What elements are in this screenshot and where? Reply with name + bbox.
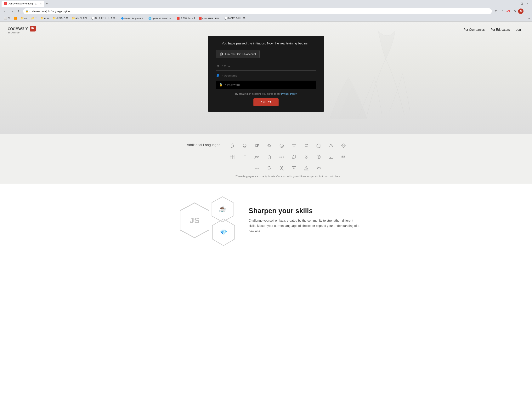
bookmark-util[interactable]: 📁 util xyxy=(19,16,29,20)
bookmark-it[interactable]: 📁 IT xyxy=(30,16,38,20)
windows-icon: 🟧 xyxy=(14,17,17,20)
translate-button[interactable]: ⊞ xyxy=(493,9,499,14)
bookmark-label: mONSTER dESI... xyxy=(202,17,221,20)
bookmark-sql[interactable]: 🟥 오락끌 live sql xyxy=(175,16,196,20)
qualified-marker: * xyxy=(19,32,20,34)
lang-icon-clojure[interactable] xyxy=(277,142,286,150)
forward-button[interactable]: → xyxy=(9,9,15,14)
enlist-button[interactable]: ENLIST xyxy=(253,98,279,106)
more-bookmarks-button[interactable]: » xyxy=(528,17,530,20)
lang-icon-r[interactable] xyxy=(265,164,274,172)
lang-icon-nim[interactable] xyxy=(327,142,335,150)
lang-icon-objc[interactable]: obj-c xyxy=(277,153,286,161)
lang-icon-vb[interactable]: VB xyxy=(315,164,323,172)
lang-icon-cf[interactable]: CF xyxy=(253,142,261,150)
bookmark-label: FUN xyxy=(44,17,49,20)
bookmark-label: Packt | Programmi... xyxy=(125,17,145,20)
bookmark-packt[interactable]: 🔷 Packt | Programmi... xyxy=(119,16,146,20)
bookmark-ai[interactable]: 📁 AI보안 개발 xyxy=(70,16,89,20)
bookmark-wishlist[interactable]: 📁 워시리스트 xyxy=(51,16,70,20)
extension-button[interactable]: ⚙ xyxy=(512,9,517,14)
logo-icon xyxy=(31,27,35,31)
maximize-button[interactable]: ☐ xyxy=(519,1,524,6)
bookmark-label: 워시리스트 xyxy=(56,17,68,20)
apps-icon: ⬜ xyxy=(4,17,7,20)
nav-for-educators[interactable]: For Educators xyxy=(490,28,510,32)
lang-icon-factor[interactable] xyxy=(265,153,274,161)
github-icon xyxy=(219,52,223,56)
lang-icon-reason[interactable] xyxy=(290,164,298,172)
bookmark-apps[interactable]: ⬜ 앱 xyxy=(2,16,11,20)
logo-area: codewars by Qualified* xyxy=(8,26,36,34)
lang-icon-shell[interactable] xyxy=(327,153,335,161)
github-link-button[interactable]: Link Your GitHub Account xyxy=(216,50,260,58)
address-bar-row: ← → ↻ 🔒 codewars.com/join?language=pytho… xyxy=(0,7,532,15)
refresh-button[interactable]: ↻ xyxy=(16,9,22,14)
lang-icon-forth[interactable]: F xyxy=(240,153,249,161)
sql-icon: 🟥 xyxy=(177,17,180,20)
lang-icon-bf[interactable] xyxy=(302,153,311,161)
sharpen-title: Sharpen your skills xyxy=(249,207,361,215)
close-window-button[interactable]: × xyxy=(525,1,531,6)
lang-icon-owl[interactable] xyxy=(339,153,348,161)
nav-log-in[interactable]: Log In xyxy=(516,28,524,32)
lang-icon-pascal[interactable] xyxy=(302,142,311,150)
bookmarks-bar: ⬜ 앱 🟧 📁 util 📁 IT 📁 FUN 📁 워시리스트 📁 AI보안 개… xyxy=(0,15,532,22)
lang-icon-brain[interactable] xyxy=(240,142,249,150)
svg-rect-4 xyxy=(292,144,296,147)
bookmark-label: Lynda: Online Cour... xyxy=(152,17,173,20)
lang-icon-agda[interactable] xyxy=(290,153,298,161)
email-input[interactable] xyxy=(222,65,316,68)
svg-rect-9 xyxy=(230,155,232,157)
bookmark-monster[interactable]: 🟥 mONSTER dESI... xyxy=(197,16,222,20)
bookmark-fun[interactable]: 📁 FUN xyxy=(39,16,50,20)
adblock-button[interactable]: ABP xyxy=(506,9,511,14)
navbar: codewars by Qualified* For Companies For… xyxy=(0,22,532,38)
language-icons-grid: CF xyxy=(228,142,348,178)
lang-icon-julia[interactable]: julia xyxy=(253,153,261,161)
new-tab-button[interactable]: + xyxy=(44,1,49,6)
lang-icon-clj[interactable]: <=> xyxy=(253,164,261,172)
bookmark-label: 2019.5.2(목) 신도림... xyxy=(95,17,117,20)
email-input-row: ✉ xyxy=(216,62,316,71)
lang-icon-cobol[interactable] xyxy=(290,142,298,150)
svg-rect-12 xyxy=(232,157,234,159)
back-button[interactable]: ← xyxy=(2,9,8,14)
logo-emblem xyxy=(30,26,36,32)
browser-tabs: ⚔ Achieve mastery through challe × + xyxy=(1,0,510,7)
bookmark-lynda[interactable]: 🌐 Lynda: Online Cour... xyxy=(147,16,174,20)
lang-icon-nasm[interactable] xyxy=(228,153,236,161)
address-bar[interactable]: 🔒 codewars.com/join?language=python xyxy=(23,8,492,14)
lang-row-3: <=> VB xyxy=(228,164,348,172)
bookmark-button[interactable]: ☆ xyxy=(499,9,505,14)
bookmark-windows[interactable]: 🟧 xyxy=(12,16,18,20)
svg-rect-10 xyxy=(232,155,234,157)
lang-icon-idris[interactable] xyxy=(315,153,323,161)
logo-by: by Qualified* xyxy=(8,32,36,34)
svg-point-22 xyxy=(342,156,343,157)
lang-icon-elixir[interactable] xyxy=(228,142,236,150)
minimize-button[interactable]: — xyxy=(513,1,518,6)
sharpen-text-area: Sharpen your skills Challenge yourself o… xyxy=(249,207,361,234)
lang-icon-solidity[interactable] xyxy=(302,164,311,172)
bookmark-chat1[interactable]: 💬 2019.5.2(목) 신도림... xyxy=(90,16,118,20)
lang-icon-groovy[interactable] xyxy=(265,142,274,150)
tab-close-button[interactable]: × xyxy=(40,2,42,5)
bookmark-label: util xyxy=(24,17,27,20)
lang-icon-x[interactable] xyxy=(315,142,323,150)
nav-for-companies[interactable]: For Companies xyxy=(464,28,485,32)
username-input[interactable] xyxy=(222,74,316,77)
profile-button[interactable]: C xyxy=(518,9,523,14)
lang-icon-butterfly[interactable] xyxy=(277,164,286,172)
password-input[interactable] xyxy=(225,83,313,86)
menu-button[interactable]: ⋮ xyxy=(524,9,530,14)
logo-name: codewars xyxy=(8,26,28,32)
js-hexagon: JS xyxy=(177,201,212,240)
privacy-policy-link[interactable]: Privacy Policy xyxy=(281,92,297,95)
bookmark-invest[interactable]: 💬 2021년 임베스트... xyxy=(223,16,249,20)
lang-icon-dart[interactable] xyxy=(339,142,348,150)
sharpen-section: JS ☕ 💎 Sharpen your skills Challenge you… xyxy=(160,184,372,257)
svg-text:💎: 💎 xyxy=(220,229,227,236)
active-tab[interactable]: ⚔ Achieve mastery through challe × xyxy=(1,0,44,7)
svg-marker-7 xyxy=(317,144,321,148)
